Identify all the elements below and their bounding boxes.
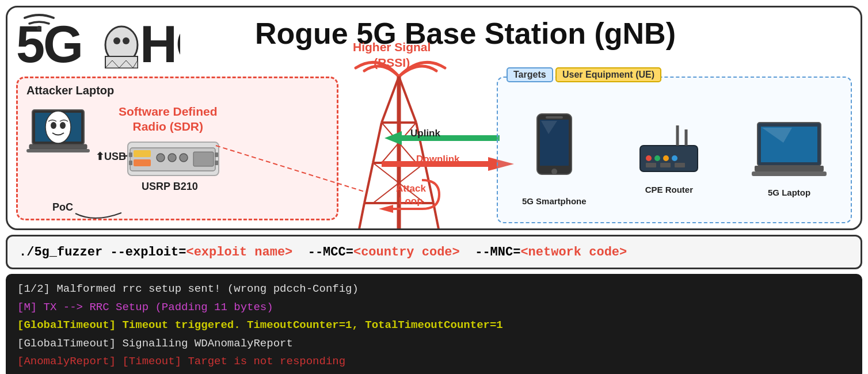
svg-rect-14 xyxy=(29,144,87,149)
cmd-exploit-flag: --exploit= xyxy=(110,245,186,259)
svg-marker-47 xyxy=(384,131,402,145)
svg-point-3 xyxy=(123,37,130,44)
uplink-arrow: Uplink xyxy=(384,128,505,148)
svg-text:Uplink: Uplink xyxy=(410,128,440,139)
usrp-label: USRP B210 xyxy=(142,181,198,193)
svg-rect-69 xyxy=(675,163,685,167)
svg-point-63 xyxy=(646,155,652,161)
svg-point-24 xyxy=(180,154,188,162)
main-container: 5G HOUL Rogue 5G Base Station (gNB) xyxy=(0,0,868,374)
device-item-smartphone: 5G Smartphone xyxy=(522,111,587,206)
svg-rect-59 xyxy=(546,116,563,119)
svg-point-66 xyxy=(672,155,677,161)
higher-signal-label: Higher Signal(RSSI) xyxy=(353,39,431,71)
terminal-line-3: [GlobalTimeout] Timeout triggered. Timeo… xyxy=(17,317,851,334)
cmd-mcc-val: <country code> xyxy=(353,245,460,259)
svg-line-37 xyxy=(373,123,382,163)
svg-point-6 xyxy=(37,26,41,30)
terminal-line-2: [M] TX --> RRC Setup (Padding 11 bytes) xyxy=(17,299,851,316)
laptop-icon xyxy=(26,107,96,159)
cmd-prefix: ./5g_fuzzer xyxy=(19,245,110,259)
cmd-mcc-flag: --MCC= xyxy=(292,245,353,259)
svg-text:Loop: Loop xyxy=(399,196,423,207)
terminal-area: [1/2] Malformed rrc setup sent! (wrong p… xyxy=(6,274,862,374)
laptop5g-label: 5G Laptop xyxy=(768,188,810,197)
svg-line-41 xyxy=(359,203,364,230)
svg-rect-67 xyxy=(646,163,656,167)
usrp-box xyxy=(127,142,219,176)
svg-rect-29 xyxy=(215,161,218,165)
terminal-line-4: [GlobalTimeout] Signalling WDAnomalyRepo… xyxy=(17,335,851,352)
svg-line-35 xyxy=(382,77,399,123)
diagram-area: 5G HOUL Rogue 5G Base Station (gNB) xyxy=(6,6,862,230)
svg-point-64 xyxy=(654,155,660,161)
svg-point-12 xyxy=(51,122,56,129)
svg-point-22 xyxy=(157,154,165,162)
svg-rect-21 xyxy=(134,159,151,166)
svg-rect-57 xyxy=(540,120,569,166)
svg-point-11 xyxy=(45,111,71,143)
svg-text:⬆USB: ⬆USB xyxy=(96,151,126,162)
main-title: Rogue 5G Base Station (gNB) xyxy=(255,17,676,50)
ue-tab: User Equipment (UE) xyxy=(555,67,661,82)
svg-point-58 xyxy=(551,169,557,174)
attacker-label: Attacker Laptop xyxy=(26,84,114,97)
svg-line-39 xyxy=(364,163,373,203)
title-section: Rogue 5G Base Station (gNB) xyxy=(255,16,855,51)
term-line4-text: [GlobalTimeout] Signalling WDAnomalyRepo… xyxy=(17,337,293,350)
poc-label: PoC xyxy=(52,196,121,222)
svg-rect-26 xyxy=(129,152,132,157)
device-icons: 5G Smartphone xyxy=(498,95,851,222)
targets-section: Targets User Equipment (UE) 5G Smartphon… xyxy=(497,77,852,223)
attack-loop-label: Attack Loop xyxy=(376,171,451,217)
svg-point-65 xyxy=(663,155,669,161)
svg-rect-27 xyxy=(129,161,132,165)
svg-text:Downlink: Downlink xyxy=(416,154,460,165)
logo-section: 5G HOUL xyxy=(13,13,180,71)
cmd-exploit-val: <exploit name> xyxy=(186,245,292,259)
svg-text:Attack: Attack xyxy=(396,183,427,194)
terminal-line-1: [1/2] Malformed rrc setup sent! (wrong p… xyxy=(17,281,851,297)
svg-line-36 xyxy=(399,77,416,123)
svg-point-13 xyxy=(60,122,66,129)
svg-point-23 xyxy=(168,154,176,162)
term-line1-text: [1/2] Malformed rrc setup sent! (wrong p… xyxy=(17,283,359,295)
cmd-mnc-flag: --MNC= xyxy=(460,245,521,259)
command-area: ./5g_fuzzer --exploit= <exploit name> --… xyxy=(6,235,862,269)
svg-rect-25 xyxy=(193,152,214,166)
svg-rect-73 xyxy=(752,171,827,176)
device-item-router: CPE Router xyxy=(634,123,703,194)
cmd-mnc-val: <network code> xyxy=(520,245,627,259)
term-line5-text: [AnomalyReport] [Timeout] Target is not … xyxy=(17,355,345,368)
router-label: CPE Router xyxy=(645,185,693,194)
terminal-line-5: [AnomalyReport] [Timeout] Target is not … xyxy=(17,353,851,370)
targets-tab: Targets xyxy=(507,67,553,82)
svg-rect-20 xyxy=(134,150,151,157)
svg-text:HOUL: HOUL xyxy=(140,16,180,71)
sdr-label: Software DefinedRadio (SDR) xyxy=(119,104,218,135)
svg-point-2 xyxy=(113,37,120,44)
term-line2-text: [M] TX --> RRC Setup (Padding 11 bytes) xyxy=(17,301,273,314)
svg-rect-15 xyxy=(26,149,90,152)
svg-marker-53 xyxy=(379,205,393,213)
svg-text:PoC: PoC xyxy=(52,201,73,213)
svg-rect-72 xyxy=(755,166,824,171)
svg-rect-68 xyxy=(660,163,671,167)
term-line3-text: [GlobalTimeout] Timeout triggered. Timeo… xyxy=(17,319,503,331)
smartphone-label: 5G Smartphone xyxy=(522,196,587,206)
attacker-box: Attacker Laptop xyxy=(16,77,338,220)
device-item-laptop: 5G Laptop xyxy=(752,120,827,197)
svg-rect-28 xyxy=(215,152,218,157)
